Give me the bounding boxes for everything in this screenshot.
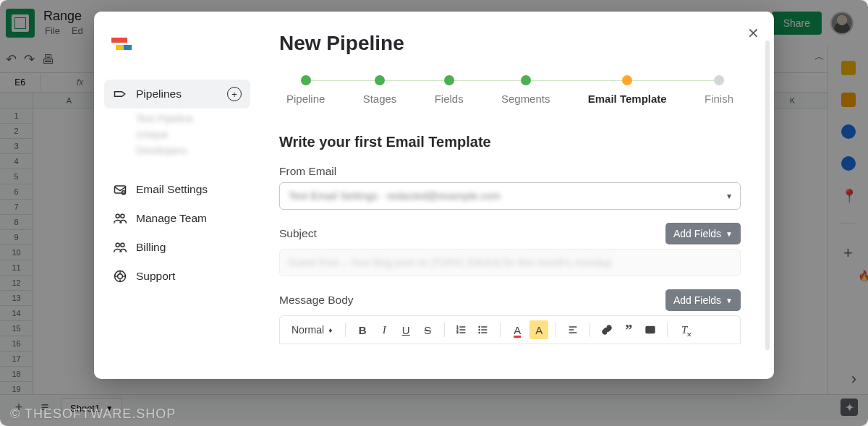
from-email-label: From Email — [279, 165, 741, 178]
svg-point-11 — [479, 326, 480, 328]
modal-scrollbar[interactable] — [765, 41, 770, 350]
tag-icon — [113, 87, 127, 101]
add-fields-button[interactable]: Add Fields▼ — [665, 223, 741, 244]
step-email-template[interactable]: Email Template — [588, 75, 667, 105]
watermark: © THESOFTWARE.SHOP — [10, 406, 176, 422]
sidebar-item-pipelines[interactable]: Pipelines + — [104, 80, 250, 108]
sidebar-sub-item[interactable]: Unique — [104, 129, 250, 140]
from-email-select[interactable]: Test Email Settings · redacted@example.c… — [279, 182, 741, 210]
billing-icon — [113, 240, 127, 255]
bold-icon[interactable]: B — [353, 320, 372, 339]
body-label: Message Body — [279, 294, 354, 307]
body-label-row: Message Body Add Fields▼ — [279, 289, 741, 311]
step-pipeline[interactable]: Pipeline — [286, 75, 325, 105]
sidebar-item-support[interactable]: Support — [104, 262, 250, 291]
sidebar-label: Email Settings — [136, 183, 208, 196]
subject-label-row: Subject Add Fields▼ — [279, 223, 741, 244]
svg-point-7 — [118, 274, 123, 279]
sidebar-sub-item[interactable]: Test Pipeline — [104, 113, 250, 124]
svg-text:3: 3 — [457, 331, 459, 334]
sidebar-label: Billing — [136, 241, 166, 254]
sidebar-label: Support — [136, 270, 175, 283]
subject-label: Subject — [279, 227, 317, 240]
section-title: Write your first Email Template — [279, 134, 741, 150]
svg-point-5 — [121, 243, 124, 247]
svg-point-13 — [479, 332, 480, 333]
sidebar-label: Pipelines — [136, 88, 182, 101]
new-pipeline-modal: ✕ Pipelines + Test Pipeline Unique Devel… — [94, 12, 774, 379]
step-finish[interactable]: Finish — [705, 75, 733, 105]
chevron-down-icon: ▾ — [727, 191, 731, 201]
link-icon[interactable] — [597, 320, 616, 339]
modal-main: New Pipeline Pipeline Stages Fields Segm… — [260, 12, 774, 379]
sidebar-sub-item[interactable]: Developers — [104, 145, 250, 156]
underline-icon[interactable]: U — [396, 320, 415, 339]
editor-toolbar: Normal♦ B I U S 123 A A ” T✕ — [279, 315, 741, 344]
text-color-icon[interactable]: A — [508, 320, 527, 339]
from-email-value: Test Email Settings · redacted@example.c… — [289, 190, 501, 202]
modal-sidebar: Pipelines + Test Pipeline Unique Develop… — [94, 12, 260, 379]
stepper: Pipeline Stages Fields Segments Email Te… — [279, 75, 741, 105]
quote-icon[interactable]: ” — [619, 320, 638, 339]
support-icon — [113, 269, 127, 284]
svg-point-15 — [648, 328, 650, 330]
step-fields[interactable]: Fields — [435, 75, 464, 105]
svg-point-1 — [122, 191, 126, 195]
mail-gear-icon — [113, 182, 127, 197]
subject-input[interactable]: Guest Post – Your blog post on [TOPIC ID… — [279, 249, 741, 276]
clear-format-icon[interactable]: T✕ — [675, 320, 694, 339]
highlight-icon[interactable]: A — [529, 320, 548, 339]
italic-icon[interactable]: I — [375, 320, 393, 339]
sidebar-label: Manage Team — [136, 212, 207, 225]
unordered-list-icon[interactable] — [474, 320, 493, 339]
align-icon[interactable] — [563, 320, 582, 339]
step-segments[interactable]: Segments — [501, 75, 550, 105]
svg-rect-0 — [115, 186, 126, 193]
modal-title: New Pipeline — [279, 32, 741, 55]
close-icon[interactable]: ✕ — [747, 25, 760, 42]
strikethrough-icon[interactable]: S — [418, 320, 437, 339]
image-icon[interactable] — [641, 320, 660, 339]
sidebar-item-email-settings[interactable]: Email Settings — [104, 175, 250, 204]
sidebar-item-billing[interactable]: Billing — [104, 233, 250, 262]
team-icon — [113, 211, 127, 226]
svg-point-3 — [121, 214, 124, 218]
format-select[interactable]: Normal♦ — [286, 321, 338, 338]
svg-point-2 — [116, 214, 119, 218]
add-fields-button-body[interactable]: Add Fields▼ — [665, 289, 741, 311]
step-stages[interactable]: Stages — [363, 75, 397, 105]
svg-point-4 — [116, 243, 119, 247]
ordered-list-icon[interactable]: 123 — [452, 320, 471, 339]
app-logo — [111, 38, 132, 54]
add-pipeline-icon[interactable]: + — [227, 87, 242, 101]
sidebar-item-manage-team[interactable]: Manage Team — [104, 204, 250, 233]
svg-point-12 — [479, 329, 480, 331]
